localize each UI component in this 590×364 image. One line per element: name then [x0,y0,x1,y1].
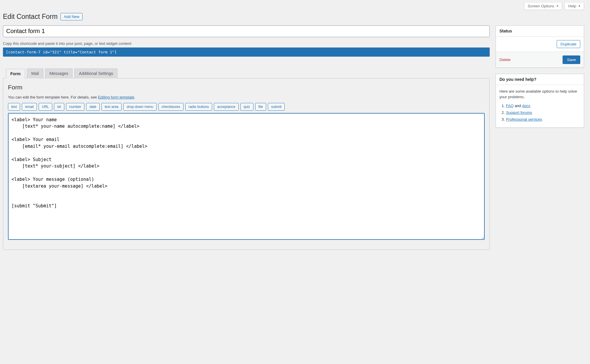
docs-link[interactable]: docs [522,104,530,108]
chevron-down-icon: ▼ [556,4,559,8]
form-desc-suffix: . [134,95,135,99]
status-box: Status Duplicate Delete Save [496,25,584,68]
tag-button-checkboxes[interactable]: checkboxes [158,103,183,111]
page-title: Edit Contact Form [3,12,58,21]
shortcode-description: Copy this shortcode and paste it into yo… [3,41,490,46]
help-item-3: Professional services [506,117,580,122]
help-item-1-mid: and [514,104,522,108]
tag-button-text[interactable]: text [8,103,20,111]
tabs-nav: Form Mail Messages Additional Settings [3,68,490,78]
editing-template-link[interactable]: Editing form template [98,95,134,99]
tag-button-radio-buttons[interactable]: radio buttons [185,103,212,111]
tag-button-number[interactable]: number [66,103,85,111]
tag-button-text-area[interactable]: text area [101,103,122,111]
duplicate-button[interactable]: Duplicate [557,40,580,48]
help-box: Do you need help? Here are some availabl… [496,74,584,128]
tag-button-tel[interactable]: tel [54,103,64,111]
faq-link[interactable]: FAQ [506,104,514,108]
help-label: Help [568,4,576,8]
add-new-button[interactable]: Add New [60,13,83,20]
tab-form[interactable]: Form [6,69,25,79]
tag-button-quiz[interactable]: quiz [240,103,253,111]
save-button[interactable]: Save [563,55,580,64]
shortcode-field[interactable] [3,47,490,57]
chevron-down-icon: ▼ [578,4,581,8]
help-item-2: Support forums [506,110,580,115]
tab-mail[interactable]: Mail [27,68,43,78]
tag-button-file[interactable]: file [255,103,266,111]
tag-buttons-row: textemailURLtelnumberdatetext areadrop-d… [8,103,485,111]
form-panel-description: You can edit the form template here. For… [8,95,485,99]
tag-button-submit[interactable]: submit [268,103,285,111]
screen-options-button[interactable]: Screen Options ▼ [524,3,562,10]
delete-link[interactable]: Delete [499,58,511,62]
tab-messages[interactable]: Messages [45,68,73,78]
professional-services-link[interactable]: Professional services [506,117,542,122]
form-desc-prefix: You can edit the form template here. For… [8,95,98,99]
support-forums-link[interactable]: Support forums [506,110,532,115]
tag-button-date[interactable]: date [86,103,99,111]
help-item-1: FAQ and docs [506,104,580,108]
help-intro: Here are some available options to help … [499,88,580,100]
form-template-textarea[interactable] [8,113,485,240]
form-panel-heading: Form [8,84,485,91]
form-title-input[interactable] [3,25,490,37]
tag-button-url[interactable]: URL [39,103,52,111]
screen-options-label: Screen Options [528,4,554,8]
help-heading: Do you need help? [496,74,584,85]
tab-panel-form: Form You can edit the form template here… [3,78,490,250]
tag-button-acceptance[interactable]: acceptance [214,103,238,111]
tab-additional-settings[interactable]: Additional Settings [74,68,117,78]
tag-button-drop-down-menu[interactable]: drop-down menu [123,103,156,111]
tag-button-email[interactable]: email [22,103,37,111]
status-heading: Status [496,26,584,37]
help-button[interactable]: Help ▼ [564,3,584,10]
